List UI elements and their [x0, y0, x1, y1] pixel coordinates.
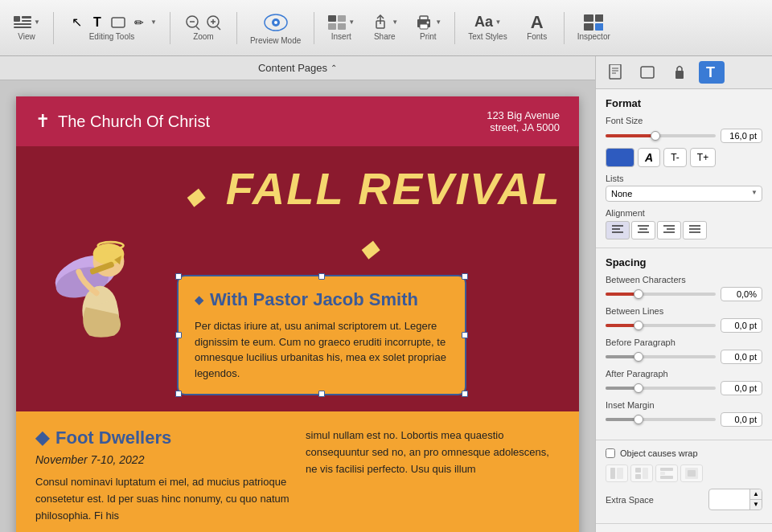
align-center-button[interactable] [631, 221, 655, 239]
font-size-label: Font Size [606, 116, 762, 125]
between-chars-slider-row: 0,0% [606, 287, 762, 301]
between-chars-thumb[interactable] [634, 289, 643, 299]
pastor-title-diamond: ◆ [195, 293, 203, 306]
title-text: FALL REVIVAL [226, 163, 561, 214]
before-paragraph-value[interactable]: 0,0 pt [721, 350, 762, 364]
inset-margin-value[interactable]: 0,0 pt [721, 412, 762, 427]
extra-space-increment[interactable]: ▲ [750, 489, 762, 500]
pastor-title: ◆ With Pastor Jacob Smith [195, 289, 449, 310]
svg-rect-2 [22, 20, 31, 22]
sep-5 [454, 12, 455, 44]
align-left-button[interactable] [606, 221, 630, 239]
font-size-value[interactable]: 16,0 pt [721, 129, 762, 143]
toolbar-group-inspector[interactable]: Inspector [571, 12, 617, 44]
address-line2: street, JA 5000 [487, 121, 560, 133]
wrap-grid-btn-2[interactable] [630, 464, 653, 482]
inset-margin-thumb[interactable] [634, 415, 643, 424]
wrap-grid-btn-3[interactable] [655, 464, 678, 482]
shape-tool-icon [109, 15, 128, 30]
between-lines-label: Between Lines [606, 306, 762, 316]
church-header-left: ✝ The Church Of Christ [35, 111, 210, 132]
cross-icon: ✝ [35, 111, 50, 132]
share-icon [371, 15, 390, 30]
align-justify-button[interactable] [683, 221, 707, 239]
inspector-text-format-icon[interactable]: T [699, 61, 725, 84]
pastor-body: Per dictas iriure at, usu animal scripto… [195, 318, 449, 381]
object-causes-wrap-label: Object causes wrap [620, 448, 698, 458]
church-name: The Church Of Christ [58, 113, 210, 131]
svg-rect-38 [610, 64, 621, 79]
draw-tool-icon: ✏ [129, 15, 149, 30]
toolbar-group-text-styles[interactable]: Aa ▼ Text Styles [462, 12, 513, 44]
svg-rect-59 [635, 468, 641, 473]
inspector-lock-icon[interactable] [667, 61, 692, 84]
foot-dwellers-body-left: Consul nominavi luptatum ei mel, ad muci… [35, 474, 290, 524]
title-pastor-col: ◆ FALL REVIVAL ◆ [177, 162, 563, 395]
inspector-shape-icon[interactable] [634, 61, 660, 84]
toolbar-group-view[interactable]: ▼ View [6, 12, 47, 44]
wrap-grid-btn-1[interactable] [606, 464, 628, 482]
pastor-box[interactable]: ◆ With Pastor Jacob Smith Per dictas iri… [177, 275, 466, 395]
fall-revival-section: ◆ FALL REVIVAL ◆ [16, 146, 579, 411]
insert-label: Insert [331, 32, 351, 41]
font-size-thumb[interactable] [651, 131, 660, 141]
svg-rect-23 [420, 16, 428, 20]
svg-rect-27 [595, 14, 603, 22]
after-paragraph-slider-row: 0,0 pt [606, 381, 762, 395]
lists-select[interactable]: None [606, 186, 762, 202]
before-para-thumb[interactable] [634, 352, 643, 362]
toolbar-group-share[interactable]: ▼ Share [364, 12, 404, 44]
italic-a-button[interactable]: A [638, 148, 660, 167]
svg-rect-18 [328, 23, 336, 30]
church-header-right: 123 Big Avenue street, JA 5000 [487, 109, 560, 133]
selection-handle-tr [462, 273, 468, 280]
selection-handle-mr [462, 332, 468, 338]
svg-rect-42 [641, 67, 654, 78]
format-section-title: Format [606, 97, 762, 109]
align-right-button[interactable] [657, 221, 681, 239]
after-paragraph-label: After Paragraph [606, 369, 762, 379]
object-causes-wrap-checkbox[interactable] [606, 448, 615, 458]
after-paragraph-value[interactable]: 0,0 pt [721, 381, 762, 395]
before-para-track[interactable] [606, 355, 716, 358]
wrap-grid-buttons [606, 464, 762, 482]
sep-6 [564, 12, 565, 44]
between-lines-slider-row: 0,0 pt [606, 318, 762, 333]
toolbar-group-preview[interactable]: Preview Mode [244, 8, 307, 48]
toolbar-group-print[interactable]: ▼ Print [408, 12, 448, 44]
after-para-thumb[interactable] [634, 383, 643, 393]
toolbar-group-editing-tools[interactable]: ↖ T ✏ ▼ Editing Tools [60, 12, 163, 44]
increase-text-button[interactable]: T+ [690, 148, 716, 167]
inspector-icon [584, 15, 603, 30]
extra-space-stepper[interactable]: ▲ ▼ [708, 489, 762, 510]
format-section: Format Font Size 16,0 pt A T- T+ Lists [596, 89, 772, 248]
extra-space-decrement[interactable]: ▼ [750, 500, 762, 509]
angel-image [44, 219, 149, 339]
svg-rect-26 [584, 14, 593, 22]
between-lines-thumb[interactable] [634, 321, 643, 330]
toolbar-group-zoom[interactable]: Zoom [177, 12, 230, 44]
page-selector[interactable]: Content Pages ⌃ [0, 56, 595, 80]
inset-margin-slider-row: 0,0 pt [606, 412, 762, 427]
extra-space-input[interactable] [709, 493, 749, 506]
inset-margin-track[interactable] [606, 418, 716, 421]
toolbar-group-insert[interactable]: ▼ Insert [321, 12, 361, 44]
spacing-section: Spacing Between Characters 0,0% Between … [596, 248, 772, 440]
inspector-page-icon[interactable] [602, 61, 628, 84]
address-line1: 123 Big Avenue [487, 109, 560, 121]
share-label: Share [374, 32, 396, 41]
svg-rect-60 [635, 474, 641, 479]
wrap-grid-btn-4[interactable] [680, 464, 703, 482]
between-chars-value[interactable]: 0,0% [721, 287, 762, 301]
color-button[interactable] [606, 148, 634, 167]
svg-rect-19 [338, 23, 346, 30]
between-lines-value[interactable]: 0,0 pt [721, 318, 762, 333]
extra-space-stepper-btns: ▲ ▼ [749, 489, 762, 509]
between-chars-track[interactable] [606, 293, 716, 296]
diamond-right: ◆ [360, 236, 380, 261]
font-size-track[interactable] [606, 134, 716, 137]
between-lines-track[interactable] [606, 324, 716, 327]
after-para-track[interactable] [606, 387, 716, 390]
decrease-text-button[interactable]: T- [663, 148, 687, 167]
toolbar-group-fonts[interactable]: A Fonts [517, 12, 557, 44]
